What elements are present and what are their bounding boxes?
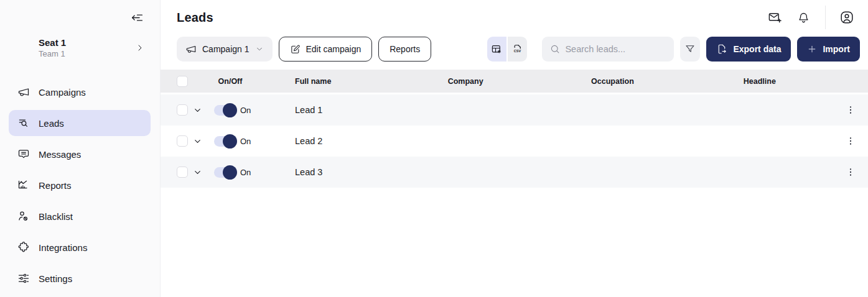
megaphone-icon xyxy=(17,86,30,98)
sidebar-item-label: Reports xyxy=(39,180,72,191)
table-row: On Lead 3 xyxy=(161,157,868,188)
notifications-button[interactable] xyxy=(793,7,814,28)
csv-text: CSV xyxy=(514,49,521,53)
kebab-icon xyxy=(846,167,856,177)
seat-selector[interactable]: Seat 1 Team 1 xyxy=(0,34,160,62)
lead-full-name: Lead 3 xyxy=(255,167,392,177)
select-all-checkbox[interactable] xyxy=(177,76,188,87)
account-button[interactable] xyxy=(836,6,858,29)
toolbar: Campaign 1 Edit campaign Reports CSV xyxy=(161,35,868,62)
leads-search-icon xyxy=(17,117,30,129)
puzzle-icon xyxy=(17,241,30,254)
campaign-selector[interactable]: Campaign 1 xyxy=(177,37,273,62)
toggle-state-label: On xyxy=(240,137,251,146)
edit-campaign-button[interactable]: Edit campaign xyxy=(279,37,373,62)
funnel-icon xyxy=(684,43,696,55)
top-header: Leads xyxy=(161,0,868,35)
column-header-company: Company xyxy=(392,77,539,86)
chevron-down-icon xyxy=(193,106,202,115)
sidebar-item-settings[interactable]: Settings xyxy=(9,265,151,291)
reports-button-label: Reports xyxy=(390,44,420,54)
lead-full-name: Lead 2 xyxy=(255,136,392,146)
edit-pencil-icon xyxy=(290,44,301,55)
expand-row-button[interactable] xyxy=(192,135,203,147)
sidebar-item-label: Blacklist xyxy=(39,211,73,222)
table-body: On Lead 1 xyxy=(161,94,868,188)
kebab-icon xyxy=(846,136,856,146)
lead-toggle[interactable] xyxy=(214,105,235,116)
avatar-icon xyxy=(839,10,854,25)
mail-plus-icon xyxy=(768,11,782,25)
kebab-icon xyxy=(846,105,856,115)
campaign-selector-label: Campaign 1 xyxy=(202,44,250,54)
table-row: On Lead 1 xyxy=(161,94,868,126)
expand-row-button[interactable] xyxy=(192,167,203,178)
column-header-headline: Headline xyxy=(686,77,833,86)
csv-file-icon: CSV xyxy=(511,43,523,55)
lead-full-name: Lead 1 xyxy=(255,105,392,115)
sidebar-item-label: Settings xyxy=(39,273,72,284)
sidebar-item-label: Messages xyxy=(39,149,81,160)
row-menu-button[interactable] xyxy=(843,103,858,117)
sidebar-item-messages[interactable]: Messages xyxy=(9,141,151,167)
megaphone-icon xyxy=(185,43,197,55)
chevron-down-icon xyxy=(193,137,202,146)
chevron-down-icon xyxy=(193,168,202,177)
sidebar-item-campaigns[interactable]: Campaigns xyxy=(9,79,151,105)
sidebar-item-reports[interactable]: Reports xyxy=(9,172,151,198)
row-menu-button[interactable] xyxy=(843,134,858,148)
search-container xyxy=(542,37,674,62)
sidebar-item-blacklist[interactable]: Blacklist xyxy=(9,203,151,229)
chevron-right-icon xyxy=(135,43,145,53)
chevron-down-icon xyxy=(255,45,264,53)
seat-title: Seat 1 xyxy=(39,37,66,48)
row-checkbox[interactable] xyxy=(177,135,188,147)
bell-icon xyxy=(797,11,810,24)
collapse-sidebar-icon xyxy=(131,11,144,24)
table-view-button[interactable] xyxy=(487,37,506,62)
row-menu-button[interactable] xyxy=(843,165,858,180)
export-file-icon xyxy=(716,43,727,55)
sidebar: Seat 1 Team 1 Campaigns Leads Messages xyxy=(0,0,161,297)
column-header-on-off: On/Off xyxy=(205,77,255,86)
import-button[interactable]: Import xyxy=(797,37,860,62)
filter-button[interactable] xyxy=(680,37,700,62)
invite-button[interactable] xyxy=(764,7,786,29)
view-switcher: CSV xyxy=(487,37,527,62)
collapse-sidebar-button[interactable] xyxy=(129,10,145,25)
leads-table: On/Off Full name Company Occupation Head… xyxy=(161,70,868,188)
sidebar-item-label: Campaigns xyxy=(39,87,86,98)
lead-toggle[interactable] xyxy=(214,167,235,178)
sidebar-item-label: Integrations xyxy=(39,242,87,253)
plus-icon xyxy=(807,44,817,54)
reports-button[interactable]: Reports xyxy=(378,37,431,62)
sliders-icon xyxy=(17,272,30,285)
toggle-state-label: On xyxy=(240,106,251,115)
row-checkbox[interactable] xyxy=(177,104,188,116)
chat-bubble-icon xyxy=(17,148,30,160)
table-row: On Lead 2 xyxy=(161,126,868,157)
column-header-occupation: Occupation xyxy=(539,77,686,86)
sidebar-item-integrations[interactable]: Integrations xyxy=(9,234,151,260)
user-block-icon xyxy=(17,210,30,222)
main-content: Leads Campaig xyxy=(161,0,868,297)
import-label: Import xyxy=(823,44,850,54)
search-input[interactable] xyxy=(542,37,674,62)
sidebar-nav: Campaigns Leads Messages Reports Blackli… xyxy=(0,79,160,291)
seat-subtitle: Team 1 xyxy=(39,49,66,58)
export-data-label: Export data xyxy=(733,44,781,54)
column-header-full-name: Full name xyxy=(255,77,392,86)
lead-toggle[interactable] xyxy=(214,136,235,147)
expand-row-button[interactable] xyxy=(192,104,203,116)
export-data-button[interactable]: Export data xyxy=(706,37,791,62)
csv-view-button[interactable]: CSV xyxy=(508,37,527,62)
header-divider xyxy=(825,6,826,29)
page-title: Leads xyxy=(177,11,213,25)
sidebar-item-leads[interactable]: Leads xyxy=(9,110,151,136)
sidebar-item-label: Leads xyxy=(39,118,64,129)
toggle-state-label: On xyxy=(240,168,251,177)
row-checkbox[interactable] xyxy=(177,167,188,178)
edit-campaign-label: Edit campaign xyxy=(306,44,362,54)
table-settings-icon xyxy=(491,43,503,55)
table-header-row: On/Off Full name Company Occupation Head… xyxy=(161,70,868,93)
